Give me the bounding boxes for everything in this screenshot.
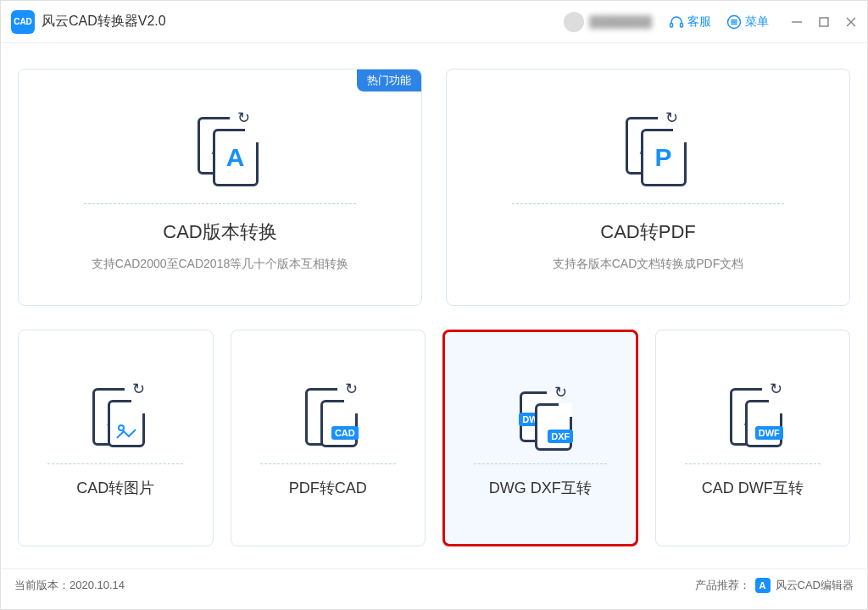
titlebar: CAD 风云CAD转换器V2.0 ████████ 客服 菜单 bbox=[1, 1, 867, 43]
pdf-to-cad-icon: P CAD ↻ bbox=[305, 379, 351, 455]
card-title: PDF转CAD bbox=[289, 478, 367, 498]
version-value: 2020.10.14 bbox=[70, 579, 125, 591]
card-title: CAD转图片 bbox=[76, 478, 154, 498]
menu-button[interactable]: 菜单 bbox=[726, 14, 769, 30]
card-dwg-dxf-convert[interactable]: DWG DXF ↻ DWG DXF互转 bbox=[442, 330, 638, 546]
recommend-label: 产品推荐： bbox=[695, 578, 750, 593]
window-controls bbox=[791, 16, 857, 28]
menu-label: 菜单 bbox=[745, 14, 769, 30]
menu-icon bbox=[726, 14, 742, 30]
cad-dwf-icon: A DWF ↻ bbox=[730, 379, 776, 455]
cad-to-pdf-icon: A P ↻ bbox=[626, 103, 671, 188]
card-title: CAD转PDF bbox=[600, 219, 695, 245]
user-area[interactable]: ████████ bbox=[564, 12, 652, 32]
app-title: 风云CAD转换器V2.0 bbox=[42, 13, 166, 30]
card-desc: 支持CAD2000至CAD2018等几十个版本互相转换 bbox=[92, 257, 348, 272]
svg-rect-1 bbox=[681, 23, 683, 27]
card-pdf-to-cad[interactable]: P CAD ↻ PDF转CAD bbox=[231, 330, 426, 546]
cad-to-image-icon: A ↻ bbox=[92, 379, 138, 455]
customer-service-button[interactable]: 客服 bbox=[669, 14, 711, 30]
card-cad-to-pdf[interactable]: A P ↻ CAD转PDF 支持各版本CAD文档转换成PDF文档 bbox=[446, 69, 850, 306]
cad-version-icon: A A ↻ bbox=[198, 103, 243, 188]
svg-rect-7 bbox=[820, 18, 828, 26]
customer-service-label: 客服 bbox=[687, 14, 711, 30]
svg-point-10 bbox=[119, 425, 124, 430]
footer: 当前版本： 2020.10.14 产品推荐： A 风云CAD编辑器 bbox=[1, 568, 867, 601]
card-cad-dwf-convert[interactable]: A DWF ↻ CAD DWF互转 bbox=[655, 330, 851, 546]
recommend-name[interactable]: 风云CAD编辑器 bbox=[776, 578, 854, 593]
maximize-button[interactable] bbox=[818, 16, 830, 28]
minimize-button[interactable] bbox=[791, 16, 803, 28]
main-content: 热门功能 A A ↻ CAD版本转换 支持CAD2000至CAD2018等几十个… bbox=[1, 43, 867, 568]
avatar-icon bbox=[564, 12, 584, 32]
card-title: CAD版本转换 bbox=[163, 219, 276, 245]
app-logo-icon: CAD bbox=[11, 10, 35, 34]
headset-icon bbox=[669, 14, 684, 30]
version-label: 当前版本： bbox=[14, 578, 70, 593]
username: ████████ bbox=[589, 15, 652, 28]
close-button[interactable] bbox=[845, 16, 857, 28]
card-title: DWG DXF互转 bbox=[489, 478, 592, 498]
recommend-logo-icon: A bbox=[755, 578, 771, 593]
card-title: CAD DWF互转 bbox=[702, 478, 804, 498]
card-cad-version-convert[interactable]: 热门功能 A A ↻ CAD版本转换 支持CAD2000至CAD2018等几十个… bbox=[18, 69, 422, 306]
card-desc: 支持各版本CAD文档转换成PDF文档 bbox=[553, 257, 744, 272]
hot-badge: 热门功能 bbox=[357, 69, 421, 92]
dwg-dxf-icon: DWG DXF ↻ bbox=[520, 379, 560, 455]
card-cad-to-image[interactable]: A ↻ CAD转图片 bbox=[18, 330, 214, 546]
svg-rect-0 bbox=[670, 23, 673, 27]
